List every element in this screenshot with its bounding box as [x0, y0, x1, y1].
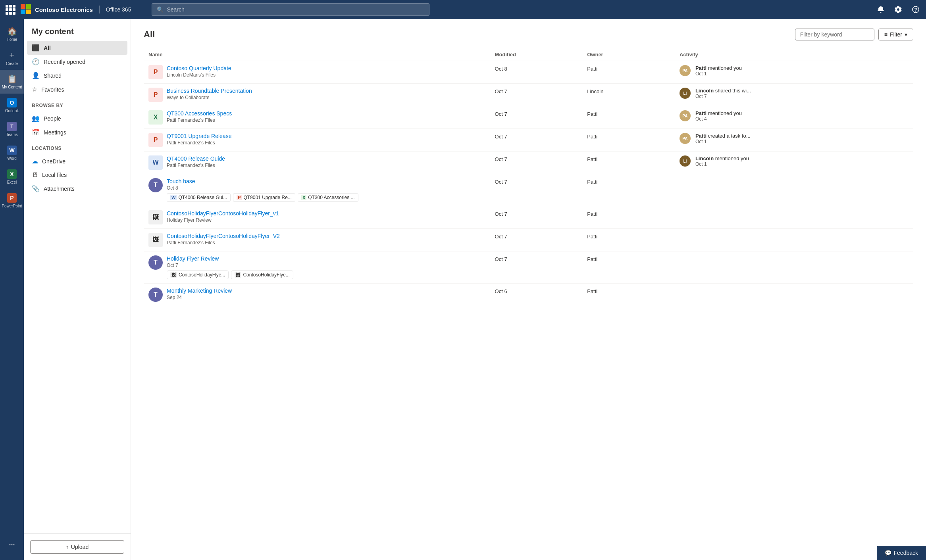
sidebar-item-recently-opened[interactable]: 🕐 Recently opened — [27, 55, 127, 69]
activity-text: Lincoln shared this wi... — [695, 88, 751, 94]
file-date: Oct 7 — [495, 111, 507, 117]
sidebar-nav: ⬛ All 🕐 Recently opened 👤 Shared ☆ Favor… — [24, 41, 131, 96]
file-modified: Oct 7 — [490, 206, 583, 229]
rail-item-outlook[interactable]: O Outlook — [0, 94, 24, 117]
local-files-icon: 🖥 — [32, 171, 38, 178]
file-activity — [675, 206, 913, 229]
file-name[interactable]: QT4000 Release Guide — [167, 155, 225, 162]
file-name[interactable]: Holiday Flyer Review — [167, 255, 293, 262]
file-modified: Oct 8 — [490, 61, 583, 84]
filter-icon: ≡ — [884, 31, 887, 38]
filter-input[interactable] — [795, 29, 874, 40]
files-table: Name Modified Owner Activity P Contoso Q… — [144, 48, 913, 306]
file-name-cell: P Business Roundtable Presentation Ways … — [144, 84, 490, 106]
svg-rect-0 — [21, 4, 25, 9]
file-name-cell: X QT300 Accessories Specs Patti Fernande… — [144, 106, 490, 129]
file-icon: 🖼 — [148, 210, 163, 224]
file-owner-name: Patti — [587, 211, 597, 217]
related-file-chip[interactable]: X QT300 Accessories ... — [298, 193, 358, 202]
file-subname: Patti Fernandez's Files — [167, 163, 225, 168]
file-modified: Oct 7 — [490, 106, 583, 129]
file-activity — [675, 284, 913, 306]
file-name[interactable]: QT300 Accessories Specs — [167, 110, 232, 117]
filter-button[interactable]: ≡ Filter ▾ — [878, 29, 913, 40]
rail-item-excel[interactable]: X Excel — [0, 165, 24, 189]
rail-item-my-content[interactable]: 📋 My Content — [0, 70, 24, 94]
activity-avatar: LI — [680, 88, 691, 99]
file-date: Oct 6 — [495, 288, 507, 294]
file-owner: Patti — [582, 251, 675, 284]
file-activity: PA Patti created a task fo... Oct 1 — [675, 129, 913, 152]
top-navigation: Contoso Electronics Office 365 🔍 Search … — [0, 0, 926, 19]
activity-date: Oct 1 — [695, 71, 742, 77]
svg-rect-1 — [26, 4, 31, 9]
brand-logo[interactable]: Contoso Electronics — [21, 4, 93, 15]
sidebar-item-all[interactable]: ⬛ All — [27, 41, 127, 55]
file-name[interactable]: ContosoHolidayFlyerContosoHolidayFlyer_V… — [167, 233, 280, 239]
filter-chevron-icon: ▾ — [905, 31, 907, 38]
filter-btn-label: Filter — [890, 31, 902, 38]
file-name-cell: W QT4000 Release Guide Patti Fernandez's… — [144, 152, 490, 174]
activity-date: Oct 4 — [695, 116, 742, 122]
table-row: 🖼 ContosoHolidayFlyerContosoHolidayFlyer… — [144, 206, 913, 229]
file-owner: Patti — [582, 61, 675, 84]
upload-button[interactable]: ↑ Upload — [30, 540, 124, 554]
related-file-label: ContosoHolidayFlye... — [243, 272, 289, 278]
content-header: All ≡ Filter ▾ — [144, 29, 913, 40]
file-owner-name: Patti — [587, 66, 597, 72]
rail-item-word[interactable]: W Word — [0, 141, 24, 165]
all-icon: ⬛ — [32, 44, 40, 52]
search-bar[interactable]: 🔍 Search — [152, 3, 429, 16]
excel-icon: X — [7, 169, 17, 179]
rail-item-home[interactable]: 🏠 Home — [0, 22, 24, 46]
sidebar-item-local-files[interactable]: 🖥 Local files — [27, 168, 127, 182]
related-file-chip[interactable]: 🖼 ContosoHolidayFlye... — [167, 270, 229, 279]
activity-text: Patti mentioned you — [695, 65, 742, 71]
topnav-right-icons: ? — [875, 4, 921, 15]
activity-avatar: LI — [680, 155, 691, 167]
nav-divider — [99, 6, 100, 13]
sidebar-item-local-files-label: Local files — [42, 172, 67, 178]
related-file-chip[interactable]: W QT4000 Release Gui... — [167, 193, 231, 202]
file-icon: P — [148, 133, 163, 147]
rail-item-teams[interactable]: T Teams — [0, 117, 24, 141]
waffle-menu[interactable] — [5, 4, 16, 15]
file-modified: Oct 7 — [490, 129, 583, 152]
create-icon: + — [10, 50, 15, 60]
feedback-button[interactable]: 💬 Feedback — [877, 546, 926, 560]
file-owner: Patti — [582, 229, 675, 251]
file-name[interactable]: ContosoHolidayFlyerContosoHolidayFlyer_v… — [167, 210, 279, 217]
sidebar-item-shared[interactable]: 👤 Shared — [27, 69, 127, 82]
file-activity: LI Lincoln shared this wi... Oct 7 — [675, 84, 913, 106]
help-icon[interactable]: ? — [910, 4, 921, 15]
file-name[interactable]: Business Roundtable Presentation — [167, 88, 252, 94]
sidebar-item-favorites-label: Favorites — [41, 86, 64, 93]
activity-text: Patti mentioned you — [695, 110, 742, 116]
table-row: T Holiday Flyer Review Oct 7 🖼 ContosoHo… — [144, 251, 913, 284]
more-icon: ··· — [9, 541, 15, 549]
search-placeholder: Search — [167, 6, 184, 13]
sidebar-item-meetings[interactable]: 📅 Meetings — [27, 125, 127, 139]
word-icon: W — [7, 146, 17, 155]
file-name[interactable]: QT9001 Upgrade Release — [167, 133, 231, 139]
sidebar-item-people[interactable]: 👥 People — [27, 111, 127, 125]
rail-item-create[interactable]: + Create — [0, 46, 24, 70]
file-activity — [675, 251, 913, 284]
file-name[interactable]: Touch base — [167, 178, 358, 184]
col-activity: Activity — [675, 48, 913, 61]
sidebar-item-attachments-label: Attachments — [44, 186, 75, 192]
rail-item-more[interactable]: ··· — [0, 533, 24, 557]
file-icon: X — [148, 110, 163, 125]
related-file-chip[interactable]: 🖼 ContosoHolidayFlye... — [231, 270, 293, 279]
file-date: Oct 7 — [495, 88, 507, 94]
rail-item-powerpoint[interactable]: P PowerPoint — [0, 189, 24, 213]
sidebar-item-favorites[interactable]: ☆ Favorites — [27, 82, 127, 96]
sidebar-item-attachments[interactable]: 📎 Attachments — [27, 182, 127, 196]
related-file-chip[interactable]: P QT9001 Upgrade Re... — [233, 193, 295, 202]
settings-icon[interactable] — [893, 4, 904, 15]
file-name[interactable]: Contoso Quarterly Update — [167, 65, 231, 71]
sidebar-item-onedrive[interactable]: ☁ OneDrive — [27, 154, 127, 168]
file-owner-name: Patti — [587, 134, 597, 140]
notifications-icon[interactable] — [875, 4, 886, 15]
file-name[interactable]: Monthly Marketing Review — [167, 288, 232, 294]
